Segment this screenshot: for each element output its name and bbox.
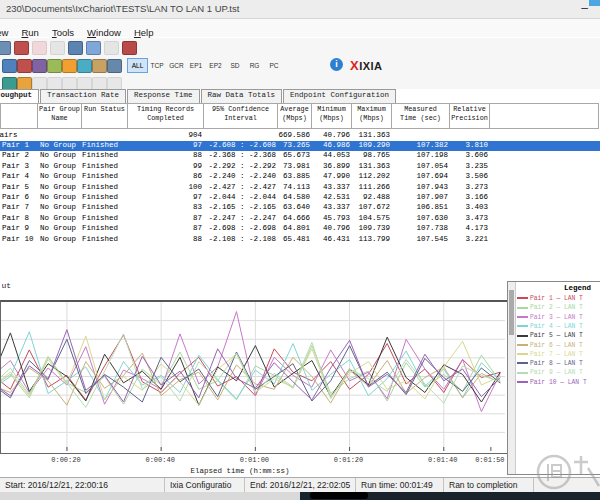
summary-average: 669.586 bbox=[278, 131, 310, 139]
tab-throughput[interactable]: Throughput bbox=[0, 89, 39, 103]
run-icon[interactable] bbox=[14, 41, 29, 55]
table-row[interactable]: Pair 7No GroupFinished83-2.165 : -2.1656… bbox=[0, 203, 600, 213]
mail-icon[interactable] bbox=[17, 59, 32, 73]
legend-entry-pair-2: Pair 2 — LAN T bbox=[517, 304, 583, 313]
paste-icon[interactable] bbox=[68, 41, 83, 55]
cell-timing-records: 88 bbox=[128, 151, 202, 159]
col-header: Run Status bbox=[81, 103, 128, 129]
cell-measured-time: 107.738 bbox=[392, 224, 448, 232]
legend-swatch bbox=[517, 372, 528, 374]
cell-minimum: 43.337 bbox=[312, 183, 350, 191]
cell-status: Finished bbox=[82, 172, 128, 180]
cell-status: Finished bbox=[82, 235, 128, 243]
filter-sd[interactable]: SD bbox=[225, 58, 246, 73]
cell-measured-time: 107.545 bbox=[392, 235, 448, 243]
legend-scrollbar[interactable] bbox=[508, 282, 516, 474]
menu-run[interactable]: Run bbox=[21, 27, 38, 38]
summary-row: All Pairs904669.58640.796131.363 bbox=[0, 131, 600, 141]
summary-label: All Pairs bbox=[0, 131, 13, 139]
legend-entry-pair-4: Pair 4 — LAN T bbox=[517, 323, 583, 332]
cell-maximum: 131.363 bbox=[352, 162, 390, 170]
menu-window[interactable]: Window bbox=[87, 27, 121, 38]
filter-all[interactable]: ALL bbox=[127, 58, 148, 73]
summary-minimum: 40.796 bbox=[312, 131, 350, 139]
cell-timing-records: 97 bbox=[128, 193, 202, 201]
cell-timing-records: 83 bbox=[128, 203, 202, 211]
build-icon[interactable] bbox=[62, 59, 77, 73]
save-icon[interactable] bbox=[0, 41, 11, 55]
cell-confidence-interval: -2.165 : -2.165 bbox=[204, 203, 276, 211]
filter-rg[interactable]: RG bbox=[244, 58, 265, 73]
legend-scrollbar-thumb[interactable] bbox=[509, 290, 514, 335]
legend-entry-pair-6: Pair 6 — LAN T bbox=[517, 342, 583, 351]
table-row[interactable]: Pair 6No GroupFinished97-2.044 : -2.0446… bbox=[0, 193, 600, 203]
tab-response-time[interactable]: Response Time bbox=[127, 89, 200, 103]
legend-swatch bbox=[517, 297, 528, 299]
tab-endpoint-configuration[interactable]: Endpoint Configuration bbox=[283, 89, 396, 103]
menu-tools[interactable]: Tools bbox=[52, 27, 74, 38]
tab-raw-data-totals[interactable]: Raw Data Totals bbox=[201, 89, 283, 103]
cell-maximum: 92.488 bbox=[352, 193, 390, 201]
pin-icon[interactable] bbox=[107, 59, 122, 73]
cell-status: Finished bbox=[82, 203, 128, 211]
cell-group: No Group bbox=[40, 183, 82, 191]
table-row[interactable]: Pair 4No GroupFinished86-2.240 : -2.2406… bbox=[0, 172, 600, 182]
filter-gcr[interactable]: GCR bbox=[166, 58, 187, 73]
cell-timing-records: 88 bbox=[128, 235, 202, 243]
minimize-button[interactable]: – bbox=[581, 1, 588, 15]
cell-group: No Group bbox=[40, 162, 82, 170]
filter-pc[interactable]: PC bbox=[264, 58, 285, 73]
table-row[interactable]: Pair 5No GroupFinished100-2.427 : -2.427… bbox=[0, 183, 600, 193]
print-icon[interactable] bbox=[32, 59, 47, 73]
tab-transaction-rate[interactable]: Transaction Rate bbox=[40, 89, 126, 103]
table-row[interactable]: Pair 9No GroupFinished87-2.698 : -2.6986… bbox=[0, 224, 600, 234]
edit-icon[interactable] bbox=[47, 59, 62, 73]
col-header: Minimum(Mbps) bbox=[311, 103, 352, 129]
table-row[interactable]: Pair 10No GroupFinished88-2.108 : -2.108… bbox=[0, 235, 600, 245]
image-icon[interactable] bbox=[92, 59, 107, 73]
cell-status: Finished bbox=[82, 162, 128, 170]
cell-group: No Group bbox=[40, 141, 82, 149]
cell-relative-precision: 3.235 bbox=[450, 162, 488, 170]
cell-minimum: 47.990 bbox=[312, 172, 350, 180]
series-pair-9 bbox=[1, 334, 500, 408]
legend-swatch bbox=[517, 362, 528, 364]
cell-pair: Pair 5 bbox=[2, 183, 38, 191]
info-icon[interactable]: i bbox=[330, 58, 343, 71]
legend-entry-pair-9: Pair 9 — LAN T bbox=[517, 369, 583, 378]
cell-maximum: 109.739 bbox=[352, 224, 390, 232]
copy-icon[interactable] bbox=[86, 41, 101, 55]
cell-status: Finished bbox=[82, 141, 128, 149]
book-icon[interactable] bbox=[122, 41, 137, 55]
new-test-icon[interactable] bbox=[2, 59, 17, 73]
cell-maximum: 113.799 bbox=[352, 235, 390, 243]
col-header: Average(Mbps) bbox=[277, 103, 312, 129]
cell-relative-precision: 3.273 bbox=[450, 183, 488, 191]
cell-pair: Pair 1 bbox=[2, 141, 38, 149]
cell-measured-time: 107.630 bbox=[392, 214, 448, 222]
cell-measured-time: 107.054 bbox=[392, 162, 448, 170]
table-row[interactable]: Pair 2No GroupFinished88-2.368 : -2.3686… bbox=[0, 151, 600, 161]
summary-timing: 904 bbox=[128, 131, 202, 139]
table-row[interactable]: Pair 1No GroupFinished97-2.608 : -2.6087… bbox=[0, 141, 600, 151]
cell-minimum: 43.337 bbox=[312, 203, 350, 211]
cell-group: No Group bbox=[40, 203, 82, 211]
legend-entry-pair-10: Pair 10 — LAN T bbox=[517, 379, 587, 388]
cell-relative-precision: 3.166 bbox=[450, 193, 488, 201]
filter-ep1[interactable]: EP1 bbox=[186, 58, 207, 73]
status-segment-0: Start: 2016/12/21, 22:00:16 bbox=[0, 478, 165, 492]
cell-measured-time: 106.851 bbox=[392, 203, 448, 211]
table-row[interactable]: Pair 8No GroupFinished87-2.247 : -2.2476… bbox=[0, 214, 600, 224]
cell-average: 65.481 bbox=[278, 235, 310, 243]
table-row[interactable]: Pair 3No GroupFinished99-2.292 : -2.2927… bbox=[0, 162, 600, 172]
filter-tcp[interactable]: TCP bbox=[147, 58, 168, 73]
cell-minimum: 44.053 bbox=[312, 151, 350, 159]
legend-swatch bbox=[517, 325, 528, 327]
menu-view[interactable]: View bbox=[0, 27, 8, 38]
font-icon[interactable] bbox=[77, 59, 92, 73]
cell-pair: Pair 6 bbox=[2, 193, 38, 201]
filter-ep2[interactable]: EP2 bbox=[205, 58, 226, 73]
menu-help[interactable]: Help bbox=[134, 27, 154, 38]
cell-average: 74.113 bbox=[278, 183, 310, 191]
status-segment-4: Ran to completion bbox=[444, 478, 534, 492]
